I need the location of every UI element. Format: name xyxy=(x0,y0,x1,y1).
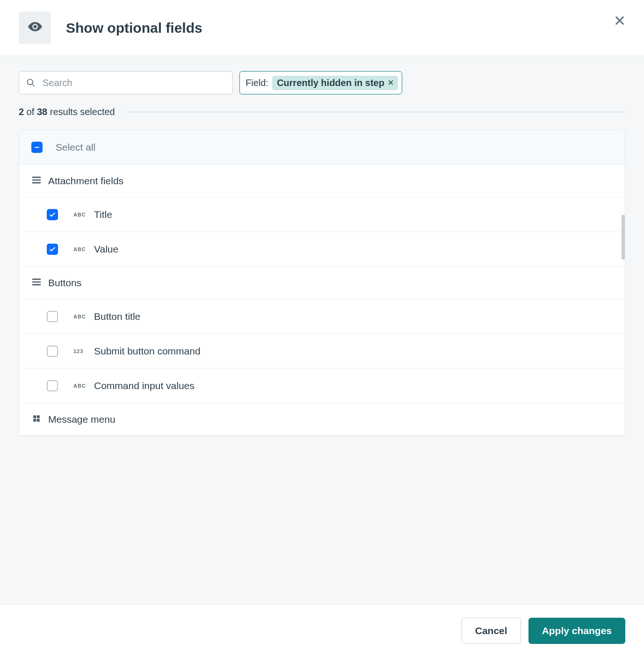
header-icon-wrap xyxy=(19,12,51,44)
field-filter-chip: Currently hidden in step xyxy=(272,76,398,90)
field-checkbox[interactable] xyxy=(47,346,58,357)
field-row-submit-button-command[interactable]: 123 Submit button command xyxy=(19,334,625,368)
grid-icon xyxy=(31,414,42,425)
group-header-attachment-fields: Attachment fields xyxy=(19,165,625,197)
close-icon xyxy=(613,19,626,29)
text-type-icon: ABC xyxy=(73,246,92,252)
chip-remove-button[interactable] xyxy=(387,79,394,87)
field-checkbox[interactable] xyxy=(47,209,58,220)
text-type-icon: ABC xyxy=(73,212,92,217)
modal-body: Field: Currently hidden in step 2 of 38 … xyxy=(0,56,644,604)
results-summary: 2 of 38 results selected xyxy=(19,107,625,117)
field-label: Value xyxy=(94,244,613,255)
modal-footer: Cancel Apply changes xyxy=(0,604,644,657)
fields-list: Select all Attachment fields ABC Title xyxy=(19,130,625,436)
cancel-button[interactable]: Cancel xyxy=(462,618,521,644)
field-row-title[interactable]: ABC Title xyxy=(19,197,625,232)
field-label: Command input values xyxy=(94,380,613,391)
group-header-buttons: Buttons xyxy=(19,267,625,299)
select-all-label: Select all xyxy=(56,142,613,153)
field-filter[interactable]: Field: Currently hidden in step xyxy=(239,71,402,94)
field-label: Title xyxy=(94,209,613,220)
group-label: Buttons xyxy=(48,277,613,289)
close-icon xyxy=(387,78,394,88)
field-label: Submit button command xyxy=(94,346,613,357)
search-icon xyxy=(26,78,36,87)
cancel-button-label: Cancel xyxy=(475,625,507,636)
search-input[interactable] xyxy=(19,71,233,94)
apply-changes-button[interactable]: Apply changes xyxy=(528,618,625,644)
modal-header: Show optional fields xyxy=(0,0,644,56)
group-label: Attachment fields xyxy=(48,175,613,187)
text-type-icon: ABC xyxy=(73,383,92,389)
scrollbar-thumb[interactable] xyxy=(622,215,625,260)
show-optional-fields-modal: Show optional fields Field: Currently hi… xyxy=(0,0,644,657)
field-label: Button title xyxy=(94,311,613,322)
apply-button-label: Apply changes xyxy=(542,625,612,636)
select-all-checkbox[interactable] xyxy=(31,142,43,153)
select-all-row[interactable]: Select all xyxy=(19,130,625,165)
search-box xyxy=(19,71,233,94)
field-row-command-input-values[interactable]: ABC Command input values xyxy=(19,368,625,403)
list-icon xyxy=(31,277,42,289)
number-type-icon: 123 xyxy=(73,348,92,354)
field-row-value[interactable]: ABC Value xyxy=(19,232,625,267)
modal-title: Show optional fields xyxy=(66,20,203,36)
results-divider xyxy=(123,112,625,112)
group-header-message-menu: Message menu xyxy=(19,403,625,436)
eye-icon xyxy=(27,19,43,37)
field-filter-label: Field: xyxy=(246,78,268,88)
field-filter-chip-text: Currently hidden in step xyxy=(277,78,384,88)
filter-row: Field: Currently hidden in step xyxy=(19,71,625,94)
group-label: Message menu xyxy=(48,414,613,425)
text-type-icon: ABC xyxy=(73,314,92,319)
field-checkbox[interactable] xyxy=(47,244,58,255)
list-icon xyxy=(31,175,42,187)
field-checkbox[interactable] xyxy=(47,311,58,322)
field-row-button-title[interactable]: ABC Button title xyxy=(19,299,625,334)
field-checkbox[interactable] xyxy=(47,380,58,391)
close-button[interactable] xyxy=(613,14,626,27)
results-summary-text: 2 of 38 results selected xyxy=(19,107,115,117)
